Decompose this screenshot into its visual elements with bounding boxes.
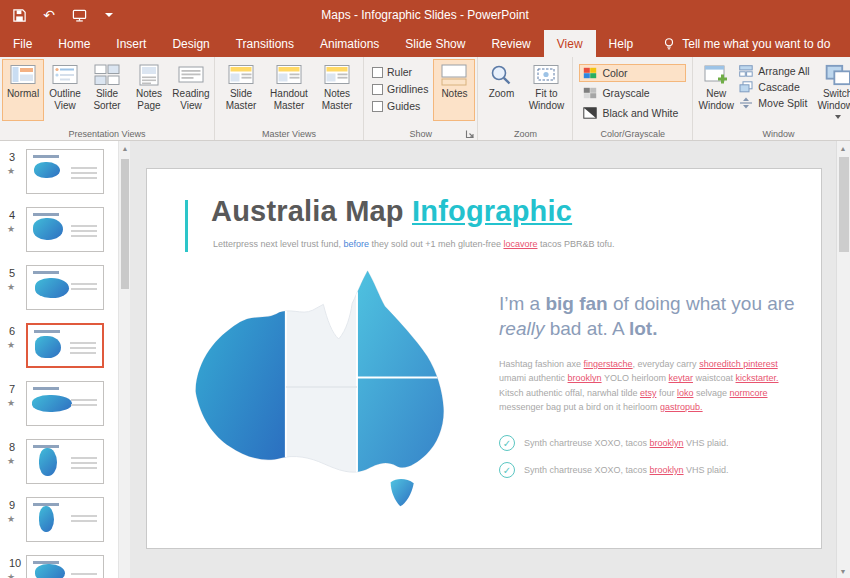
check-text: Synth chartreuse XOXO, tacos: [524, 465, 650, 475]
grayscale-label: Grayscale: [602, 87, 649, 99]
mini-map: [34, 162, 60, 178]
heading-bold: lot.: [629, 318, 658, 339]
animation-star-icon: ★: [7, 340, 15, 350]
undo-button[interactable]: ↶: [40, 6, 58, 24]
slide-master-button[interactable]: Slide Master: [217, 59, 265, 121]
slide-thumbnail[interactable]: [26, 207, 104, 252]
slide-master-icon: [228, 64, 254, 86]
zoom-button[interactable]: Zoom: [480, 59, 522, 121]
undo-icon: ↶: [43, 8, 55, 22]
color-swatch-icon: [583, 67, 597, 79]
move-split-button[interactable]: Move Split: [739, 97, 809, 109]
group-color-grayscale: Color Grayscale Black and White Color/Gr…: [573, 57, 693, 140]
slide-thumbnail[interactable]: [26, 323, 104, 368]
body-link: brooklyn: [568, 373, 602, 383]
ribbon-view-tab: Normal Outline View Slide Sorter Notes P…: [0, 57, 850, 141]
group-label-show: Show: [364, 129, 477, 139]
outline-view-button[interactable]: Outline View: [44, 59, 86, 121]
cascade-label: Cascade: [758, 81, 799, 93]
notes-page-button[interactable]: Notes Page: [128, 59, 170, 121]
scrollbar-thumb[interactable]: [121, 159, 129, 289]
checklist-item-2[interactable]: ✓ Synth chartreuse XOXO, tacos brooklyn …: [499, 462, 799, 478]
slide-title[interactable]: Australia Map Infographic: [211, 195, 572, 228]
color-option[interactable]: Color: [579, 64, 686, 82]
slide-sorter-icon: [94, 64, 120, 86]
new-window-button[interactable]: New Window: [695, 59, 737, 121]
slide-heading[interactable]: I’m a big fan of doing what you are real…: [499, 291, 801, 341]
slide-canvas[interactable]: Australia Map Infographic Letterpress ne…: [146, 168, 822, 549]
title-accent-bar: [185, 200, 188, 252]
slide-number: 6: [9, 325, 15, 337]
slide-subtitle[interactable]: Letterpress next level trust fund, befor…: [213, 239, 615, 249]
arrange-all-button[interactable]: Arrange All: [739, 65, 809, 77]
slide-thumbnail[interactable]: [26, 381, 104, 426]
scroll-down-arrow[interactable]: ▼: [836, 564, 850, 578]
tab-file[interactable]: File: [0, 30, 45, 57]
tab-view[interactable]: View: [544, 30, 596, 57]
main-vertical-scrollbar[interactable]: ▲ ▼: [836, 141, 850, 578]
australia-map-graphic[interactable]: [177, 264, 487, 504]
scroll-up-arrow[interactable]: ▲: [836, 141, 850, 155]
black-and-white-option[interactable]: Black and White: [579, 104, 686, 122]
tab-help[interactable]: Help: [596, 30, 647, 57]
tab-review[interactable]: Review: [478, 30, 543, 57]
slide-thumbnail[interactable]: [26, 265, 104, 310]
slide-thumbnail[interactable]: [26, 497, 104, 542]
thumbnail-panel-scrollbar[interactable]: ▲: [118, 141, 130, 578]
notes-master-label: Notes Master: [315, 88, 359, 111]
customize-qat-button[interactable]: [100, 6, 118, 24]
guides-checkbox[interactable]: Guides: [372, 100, 428, 112]
checklist-item-1[interactable]: ✓ Synth chartreuse XOXO, tacos brooklyn …: [499, 435, 799, 451]
body-text: , everyday carry: [633, 359, 700, 369]
window-small-buttons: Arrange All Cascade Move Split: [737, 59, 813, 109]
slide-body-paragraph[interactable]: Hashtag fashion axe fingerstache, everyd…: [499, 357, 799, 415]
arrange-all-icon: [739, 65, 753, 77]
cascade-button[interactable]: Cascade: [739, 81, 809, 93]
slide-sorter-button[interactable]: Slide Sorter: [86, 59, 128, 121]
tab-insert[interactable]: Insert: [103, 30, 159, 57]
group-master-views: Slide Master Handout Master Notes Master…: [215, 57, 364, 140]
tab-transitions[interactable]: Transitions: [223, 30, 307, 57]
mini-title-bar: [33, 213, 59, 216]
tell-me-box[interactable]: Tell me what you want to do: [662, 30, 830, 57]
notes-toggle-button[interactable]: Notes: [433, 59, 475, 121]
ruler-label: Ruler: [387, 66, 412, 78]
tab-home[interactable]: Home: [45, 30, 103, 57]
notes-master-button[interactable]: Notes Master: [313, 59, 361, 121]
slide-thumbnail[interactable]: [26, 555, 104, 578]
color-label: Color: [602, 67, 627, 79]
subtitle-link-pink: locavore: [503, 239, 537, 249]
save-button[interactable]: [10, 6, 28, 24]
thumbnail-row-4: 4 ★: [0, 205, 118, 261]
heading-text: of doing what you are: [608, 293, 795, 314]
ruler-checkbox[interactable]: Ruler: [372, 66, 428, 78]
tab-design[interactable]: Design: [159, 30, 222, 57]
handout-master-button[interactable]: Handout Master: [265, 59, 313, 121]
notes-page-label: Notes Page: [130, 88, 168, 111]
checklist-text: Synth chartreuse XOXO, tacos brooklyn VH…: [524, 465, 729, 475]
animation-star-icon: ★: [7, 572, 15, 578]
grayscale-option[interactable]: Grayscale: [579, 84, 686, 102]
title-bar: ↶ Maps - Infographic Slides - PowerPoint: [0, 0, 850, 30]
body-text: waistcoat: [693, 373, 736, 383]
outline-view-icon: [52, 64, 78, 86]
normal-view-button[interactable]: Normal: [2, 59, 44, 121]
scrollbar-thumb[interactable]: [839, 157, 849, 252]
fit-to-window-button[interactable]: Fit to Window: [522, 59, 570, 121]
tab-animations[interactable]: Animations: [307, 30, 392, 57]
tab-slide-show[interactable]: Slide Show: [392, 30, 478, 57]
zoom-icon: [488, 64, 514, 86]
checklist-text: Synth chartreuse XOXO, tacos brooklyn VH…: [524, 438, 729, 448]
group-label-presentation-views: Presentation Views: [0, 129, 214, 139]
start-slideshow-button[interactable]: [70, 6, 88, 24]
slide-thumbnail[interactable]: [26, 439, 104, 484]
check-circle-icon: ✓: [499, 462, 515, 478]
mini-title-bar: [34, 330, 60, 333]
reading-view-button[interactable]: Reading View: [170, 59, 212, 121]
slide-thumbnail[interactable]: [26, 149, 104, 194]
gridlines-checkbox[interactable]: Gridlines: [372, 83, 428, 95]
body-text: Kitsch authentic offal, narwhal tilde: [499, 388, 640, 398]
slide-number: 9: [9, 499, 15, 511]
mini-map: [35, 278, 69, 298]
switch-windows-button[interactable]: Switch Windows: [814, 59, 850, 122]
